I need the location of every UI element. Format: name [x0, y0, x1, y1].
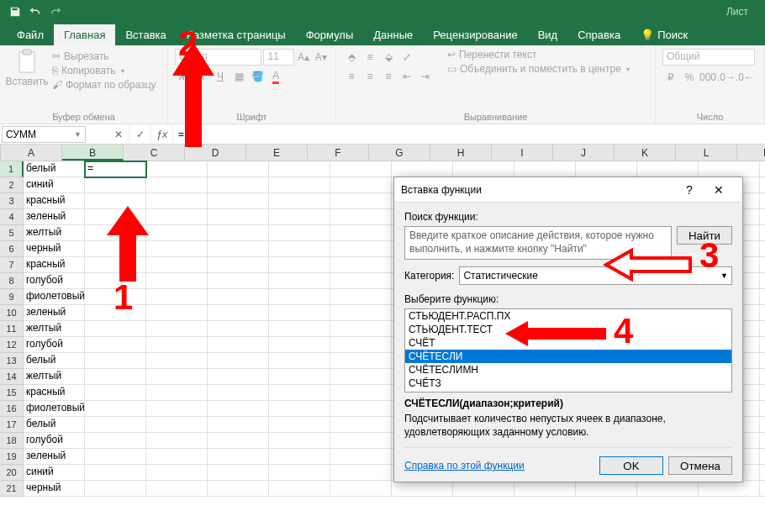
cell[interactable]: [146, 305, 208, 321]
cell[interactable]: красный: [24, 385, 85, 401]
cell[interactable]: [514, 161, 576, 177]
cell[interactable]: [146, 273, 208, 289]
merge-center-button[interactable]: ▭Объединить и поместить в центре▾: [447, 63, 630, 75]
cell[interactable]: [146, 433, 208, 449]
cell[interactable]: [330, 417, 392, 433]
row-header[interactable]: 16: [0, 401, 24, 417]
cell[interactable]: [146, 321, 208, 337]
bold-icon[interactable]: Ж: [175, 68, 192, 85]
align-bottom-icon[interactable]: ⬙: [380, 49, 397, 66]
cell[interactable]: [208, 417, 269, 433]
cell[interactable]: [269, 369, 330, 385]
cell[interactable]: фиолетовый: [24, 289, 85, 305]
cell[interactable]: [330, 337, 392, 353]
cell[interactable]: [269, 305, 330, 321]
function-list-item[interactable]: СЧИТАТЬПУСТОТЫ: [405, 390, 731, 392]
cell[interactable]: синий: [24, 465, 85, 481]
font-size-select[interactable]: 11: [263, 49, 293, 66]
row-header[interactable]: 17: [0, 417, 24, 433]
cell[interactable]: [269, 481, 330, 497]
align-left-icon[interactable]: ≡: [343, 68, 360, 85]
cell[interactable]: [208, 209, 269, 225]
cell[interactable]: [269, 465, 330, 481]
cell[interactable]: [330, 465, 392, 481]
cell[interactable]: [85, 193, 146, 209]
cell[interactable]: [330, 481, 392, 497]
chevron-down-icon[interactable]: ▼: [74, 130, 82, 139]
cell[interactable]: [330, 225, 392, 241]
tab-view[interactable]: Вид: [528, 24, 568, 45]
cell[interactable]: [330, 193, 392, 209]
cell[interactable]: [269, 209, 330, 225]
cell[interactable]: [760, 305, 765, 321]
row-header[interactable]: 8: [0, 273, 24, 289]
cell[interactable]: [699, 481, 760, 497]
cell[interactable]: желтый: [24, 369, 85, 385]
decrease-decimal-icon[interactable]: .0←: [736, 69, 753, 86]
tab-search[interactable]: 💡Поиск: [630, 24, 698, 45]
row-header[interactable]: 10: [0, 305, 24, 321]
cell[interactable]: [760, 321, 765, 337]
function-listbox[interactable]: СТЬЮДЕНТ.РАСП.ПХСТЬЮДЕНТ.ТЕСТСЧЁТСЧЁТЕСЛ…: [404, 308, 732, 392]
italic-icon[interactable]: К: [193, 68, 210, 85]
tab-insert[interactable]: Вставка: [115, 24, 176, 45]
cell[interactable]: [85, 417, 146, 433]
column-header[interactable]: G: [369, 145, 430, 161]
cell[interactable]: [760, 225, 765, 241]
font-name-select[interactable]: Calibri: [175, 49, 261, 66]
cell[interactable]: [85, 241, 146, 257]
cell[interactable]: [208, 273, 269, 289]
cell[interactable]: [85, 465, 146, 481]
cell[interactable]: [269, 401, 330, 417]
cell[interactable]: черный: [24, 241, 85, 257]
wrap-text-button[interactable]: ↩Перенести текст: [447, 49, 630, 61]
cut-button[interactable]: ✂Вырезать: [52, 50, 156, 62]
cell[interactable]: [269, 273, 330, 289]
cell[interactable]: [637, 161, 699, 177]
cell[interactable]: [146, 289, 208, 305]
cell[interactable]: [269, 257, 330, 273]
cell[interactable]: [760, 273, 765, 289]
cell[interactable]: красный: [24, 193, 85, 209]
column-header[interactable]: C: [124, 145, 185, 161]
cell[interactable]: [85, 177, 146, 193]
tab-file[interactable]: Файл: [7, 24, 54, 45]
cell[interactable]: [208, 465, 269, 481]
cell[interactable]: [208, 481, 269, 497]
cell[interactable]: [85, 401, 146, 417]
cancel-formula-button[interactable]: ✕: [108, 125, 129, 144]
function-list-item[interactable]: СЧЁТЗ: [405, 377, 731, 390]
cell[interactable]: =: [85, 161, 146, 177]
row-header[interactable]: 21: [0, 481, 24, 497]
function-list-item[interactable]: СТЬЮДЕНТ.РАСП.ПХ: [405, 309, 731, 323]
enter-formula-button[interactable]: ✓: [129, 125, 151, 144]
cell[interactable]: [269, 337, 330, 353]
row-header[interactable]: 6: [0, 241, 24, 257]
cell[interactable]: [453, 161, 514, 177]
row-header[interactable]: 4: [0, 209, 24, 225]
cell[interactable]: [330, 449, 392, 465]
row-header[interactable]: 20: [0, 465, 24, 481]
row-header[interactable]: 13: [0, 353, 24, 369]
column-header[interactable]: H: [430, 145, 492, 161]
row-header[interactable]: 9: [0, 289, 24, 305]
comma-format-icon[interactable]: 000: [699, 69, 716, 86]
cell[interactable]: [760, 433, 765, 449]
cell[interactable]: [330, 353, 392, 369]
search-function-input[interactable]: Введите краткое описание действия, котор…: [404, 226, 672, 260]
cell[interactable]: [146, 337, 208, 353]
dialog-help-button[interactable]: ?: [677, 183, 702, 197]
function-list-item[interactable]: СЧЁТЕСЛИ: [405, 350, 731, 363]
cell[interactable]: [208, 433, 269, 449]
cell[interactable]: [330, 369, 392, 385]
cell[interactable]: голубой: [24, 337, 85, 353]
cell[interactable]: зеленый: [24, 449, 85, 465]
row-header[interactable]: 18: [0, 433, 24, 449]
row-header[interactable]: 12: [0, 337, 24, 353]
cell[interactable]: [269, 385, 330, 401]
row-header[interactable]: 1: [0, 161, 24, 177]
cell[interactable]: [85, 209, 146, 225]
row-header[interactable]: 3: [0, 193, 24, 209]
column-header[interactable]: E: [246, 145, 308, 161]
cell[interactable]: красный: [24, 257, 85, 273]
